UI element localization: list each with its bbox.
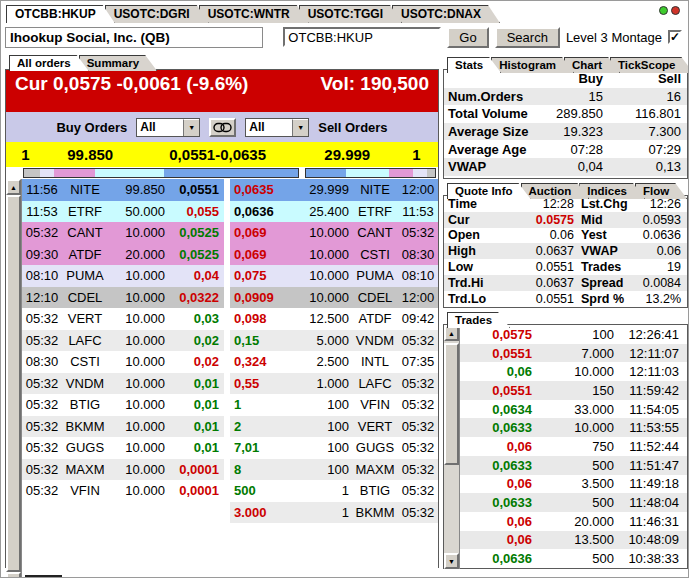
sell-mm-id: ETRF [352, 204, 398, 219]
buy-time: 05:32 [22, 333, 62, 348]
scroll-down-button[interactable]: ▼ [444, 553, 459, 569]
order-book-scrollbar[interactable]: ▲ ▼ [6, 179, 22, 578]
bid-order-count: 1 [6, 146, 45, 163]
trade-row[interactable]: 0,05517.00012:11:07 [460, 344, 687, 363]
ask-order-count: 1 [395, 146, 438, 163]
order-book-row[interactable]: 08:30CSTI10.0000,020,3242.500INTL07:35 [22, 351, 438, 373]
trade-row[interactable]: 0,063650010:38:33 [460, 549, 687, 568]
order-book-row[interactable]: 05:32BTIG10.0000,011100VFIN05:32 [22, 394, 438, 416]
trade-size: 100 [532, 327, 614, 342]
window-tab-usotc-tggi[interactable]: USOTC:TGGI [299, 5, 402, 23]
symbol-input[interactable] [283, 27, 441, 47]
order-book-row[interactable]: 05:32MAXM10.0000,00018100MAXM05:32 [22, 459, 438, 481]
trade-row[interactable]: 0,055115011:59:42 [460, 381, 687, 400]
tab-tickscope[interactable]: TickScope [610, 57, 689, 73]
stats-row: Num.Orders1516 [444, 88, 687, 106]
order-book-row[interactable]: 05:32BKMM10.0000,012100VERT05:32 [22, 416, 438, 438]
trade-time: 11:48:04 [614, 495, 687, 510]
trade-row[interactable]: 0,0675011:52:44 [460, 437, 687, 456]
window-tab-otcbb-hkup[interactable]: OTCBB:HKUP [6, 5, 115, 23]
trade-row[interactable]: 0,063.50011:49:18 [460, 475, 687, 494]
tab-histogram[interactable]: Histogram [491, 57, 574, 73]
buy-side: 05:32BKMM10.0000,01 [22, 416, 224, 438]
tab-trades[interactable]: Trades [447, 312, 510, 328]
level3-montage-checkbox[interactable]: ✓ [668, 30, 682, 44]
sell-price: 0,0909 [230, 290, 288, 305]
buy-side: 08:30CSTI10.0000,02 [22, 351, 224, 373]
sell-side: 1100VFIN05:32 [230, 394, 438, 416]
stats-label: Average Size [444, 124, 529, 139]
buy-time: 05:32 [22, 397, 62, 412]
sell-mm-id: CSTI [352, 247, 398, 262]
stats-buy-value: 0,04 [529, 159, 603, 174]
order-book-row[interactable]: 09:30ATDF20.0000,05250,06910.000CSTI08:3… [22, 244, 438, 266]
sell-filter-dropdown[interactable]: All ▼ [245, 118, 309, 137]
order-book-row[interactable]: 05:32VERT10.0000,030,09812.500ATDF09:42 [22, 308, 438, 330]
trade-time: 12:11:03 [614, 364, 687, 379]
sell-price: 0,069 [230, 225, 288, 240]
order-book-row[interactable]: 11:53ETRF50.0000,0550,063625.400ETRF11:5… [22, 201, 438, 223]
stats-tab-bar: StatsHistogramChartTickScope [447, 53, 683, 73]
tab-all-orders[interactable]: All orders [9, 55, 89, 71]
buy-price: 0,0001 [168, 483, 224, 498]
order-book-row[interactable]: 12:10CDEL10.0000,03220,090910.000CDEL12:… [22, 287, 438, 309]
bid-ask-spread: 0,0551-0,0635 [136, 146, 300, 163]
order-book-row[interactable]: 05:32CANT10.0000,05250,06910.000CANT05:3… [22, 222, 438, 244]
order-book-row[interactable]: 11:56NITE99.8500,05510,063529.999NITE12:… [22, 179, 438, 201]
sell-side: 2100VERT05:32 [230, 416, 438, 438]
trade-time: 12:26:41 [614, 327, 687, 342]
scroll-track[interactable] [444, 341, 459, 553]
window-tab-usotc-wntr[interactable]: USOTC:WNTR [199, 5, 309, 23]
tab-summary[interactable]: Summary [79, 55, 157, 71]
buy-side: 05:32LAFC10.0000,02 [22, 330, 224, 352]
order-book-row[interactable]: 05:32LAFC10.0000,020,155.000VNDM05:32 [22, 330, 438, 352]
stats-row: VWAP0,040,13 [444, 158, 687, 176]
buy-mm-id: VERT [62, 311, 108, 326]
window-tab-usotc-dnax[interactable]: USOTC:DNAX [392, 5, 500, 23]
buy-price: 0,01 [168, 419, 224, 434]
order-book-rows: 11:56NITE99.8500,05510,063529.999NITE12:… [22, 179, 438, 578]
trade-row[interactable]: 0,063350011:48:04 [460, 493, 687, 512]
trade-price: 0,06 [460, 476, 532, 491]
depth-segment [54, 169, 95, 177]
buy-mm-id: CANT [62, 225, 108, 240]
trade-row[interactable]: 0,063310.00011:53:55 [460, 418, 687, 437]
search-button[interactable]: Search [495, 27, 560, 48]
buy-side: 09:30ATDF20.0000,0525 [22, 244, 224, 266]
window-tab-usotc-dgri[interactable]: USOTC:DGRI [105, 5, 209, 23]
scroll-up-button[interactable]: ▲ [6, 179, 21, 195]
chevron-down-icon[interactable]: ▼ [292, 119, 308, 136]
buy-time: 12:10 [22, 290, 62, 305]
trade-row[interactable]: 0,0620.00011:46:31 [460, 512, 687, 531]
order-book-row[interactable]: 3.0001BKMM05:32 [22, 502, 438, 524]
cur-change: -0,0061 (-9.6%) [116, 73, 248, 94]
go-button[interactable]: Go [447, 27, 488, 48]
buy-side: 08:10PUMA10.0000,04 [22, 265, 224, 287]
trade-row[interactable]: 0,0610.00012:11:03 [460, 362, 687, 381]
order-book-row[interactable]: 05:32VFIN10.0000,00015001BTIG05:32 [22, 480, 438, 502]
buy-filter-dropdown[interactable]: All ▼ [136, 118, 200, 137]
order-book-row[interactable]: 08:10PUMA10.0000,040,07510.000PUMA08:10 [22, 265, 438, 287]
trade-row[interactable]: 0,063350011:51:47 [460, 456, 687, 475]
chevron-down-icon[interactable]: ▼ [183, 119, 199, 136]
quote-label: Mid [574, 213, 638, 227]
scroll-thumb[interactable] [6, 195, 21, 572]
scroll-down-button[interactable]: ▼ [6, 572, 21, 578]
trades-scrollbar[interactable]: ▲ ▼ [444, 325, 460, 569]
trade-row[interactable]: 0,063433.00011:54:05 [460, 400, 687, 419]
sell-time: 07:35 [398, 354, 438, 369]
tab-quote-info[interactable]: Quote Info [447, 183, 531, 199]
sell-mm-id: VERT [352, 419, 398, 434]
scroll-track[interactable] [6, 195, 21, 572]
buy-mm-id: GUGS [62, 440, 108, 455]
buy-side: 05:32VFIN10.0000,0001 [22, 480, 224, 502]
sell-price: 0,324 [230, 354, 288, 369]
tab-auction[interactable]: Auction [521, 183, 590, 199]
link-filters-button[interactable] [209, 118, 236, 137]
order-book-row[interactable]: 05:32GUGS10.0000,017,01100GUGS05:32 [22, 437, 438, 459]
order-book-row[interactable]: 05:32VNDM10.0000,010,551.000LAFC05:32 [22, 373, 438, 395]
depth-strip [6, 167, 438, 179]
sell-depth-bar [305, 168, 436, 178]
scroll-thumb[interactable] [444, 343, 459, 465]
trade-row[interactable]: 0,0613.50010:48:09 [460, 531, 687, 550]
